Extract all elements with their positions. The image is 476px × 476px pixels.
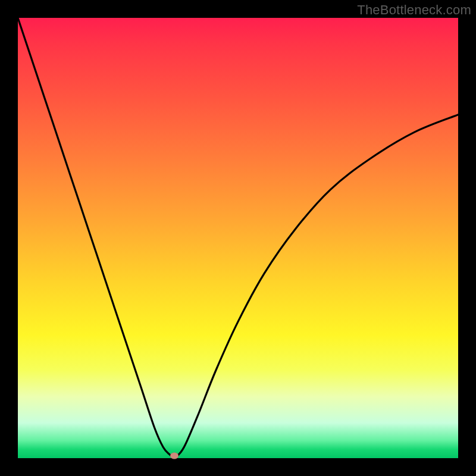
minimum-marker	[170, 453, 178, 459]
watermark-text: TheBottleneck.com	[357, 2, 471, 18]
chart-frame: TheBottleneck.com	[0, 0, 476, 476]
plot-area	[18, 18, 458, 458]
bottleneck-curve	[18, 18, 458, 458]
